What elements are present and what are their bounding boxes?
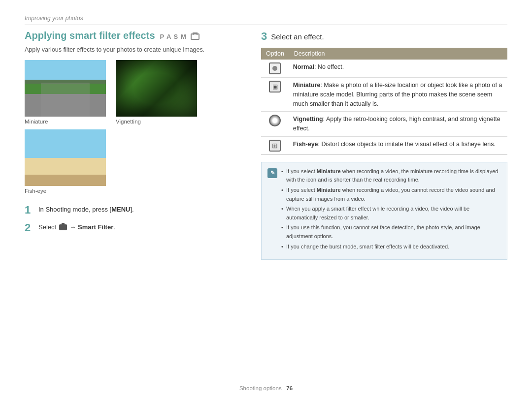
icon-cell-vignetting xyxy=(261,112,289,137)
mode-indicators: P A S M xyxy=(160,32,200,40)
breadcrumb: Improving your photos xyxy=(25,15,507,25)
table-row: Normal: No effect. xyxy=(261,60,507,78)
smart-filter-label: Smart Filter xyxy=(78,223,113,231)
photo-item-fisheye: Fish-eye xyxy=(25,129,106,194)
col-header-option: Option xyxy=(261,48,289,60)
note-item: If you use this function, you cannot set… xyxy=(281,223,501,241)
note-icon: ✎ xyxy=(267,168,277,178)
table-row: Miniature: Make a photo of a life-size l… xyxy=(261,78,507,112)
section-subtitle: Apply various filter effects to your pho… xyxy=(25,46,241,53)
camera-mode-icon xyxy=(191,33,200,40)
desc-cell-0: Normal: No effect. xyxy=(289,60,507,78)
step-2: 2 Select → Smart Filter. xyxy=(25,221,241,234)
icon-cell-normal xyxy=(261,60,289,78)
footer-text: Shooting options xyxy=(239,385,282,391)
step-1: 1 In Shooting mode, press [MENU]. xyxy=(25,204,241,216)
photo-label-vignetting: Vignetting xyxy=(116,119,197,124)
photo-fisheye-image xyxy=(25,129,106,186)
note-item: When you apply a smart filter effect whi… xyxy=(281,205,501,222)
photo-label-miniature: Miniature xyxy=(25,119,106,124)
miniature-effect-icon xyxy=(269,81,281,93)
section-title: Applying smart filter effects xyxy=(25,30,155,41)
note-item: If you change the burst mode, smart filt… xyxy=(281,243,501,251)
step-2-text: Select → Smart Filter. xyxy=(38,221,115,231)
note-item: If you select Miniature when recording a… xyxy=(281,167,501,185)
note-item: If you select Miniature when recording a… xyxy=(281,186,501,203)
photo-row-top: Miniature Vignetting xyxy=(25,60,241,124)
camera-icon-step2 xyxy=(59,224,67,230)
photo-miniature-image xyxy=(25,60,106,117)
photo-grid: Miniature Vignetting Fish-eye xyxy=(25,60,241,194)
effect-name-0: Normal xyxy=(293,63,314,70)
photo-item-miniature: Miniature xyxy=(25,60,106,124)
page-footer: Shooting options 76 xyxy=(0,385,532,391)
steps-section: 1 In Shooting mode, press [MENU]. 2 Sele… xyxy=(25,204,241,235)
effects-table: Option Description Normal: No effect. Mi… xyxy=(261,48,507,155)
table-row: Fish-eye: Distort close objects to imita… xyxy=(261,136,507,154)
desc-cell-2: Vignetting: Apply the retro-looking colo… xyxy=(289,112,507,137)
desc-cell-3: Fish-eye: Distort close objects to imita… xyxy=(289,136,507,154)
col-header-description: Description xyxy=(289,48,507,60)
effect-name-1: Miniature xyxy=(293,82,321,89)
right-column: 3 Select an effect. Option Description N… xyxy=(261,30,507,260)
desc-cell-1: Miniature: Make a photo of a life-size l… xyxy=(289,78,507,112)
photo-row-bottom: Fish-eye xyxy=(25,129,241,194)
icon-cell-miniature xyxy=(261,78,289,112)
left-column: Applying smart filter effects P A S M Ap… xyxy=(25,30,241,260)
photo-vignetting-image xyxy=(116,60,197,117)
step-1-text: In Shooting mode, press [MENU]. xyxy=(38,204,134,213)
step-3-header: 3 Select an effect. xyxy=(261,30,507,43)
normal-effect-icon xyxy=(269,62,281,74)
table-header-row: Option Description xyxy=(261,48,507,60)
fisheye-effect-icon xyxy=(269,140,281,152)
effect-name-3: Fish-eye xyxy=(293,141,318,148)
table-row: Vignetting: Apply the retro-looking colo… xyxy=(261,112,507,137)
note-header: ✎ If you select Miniature when recording… xyxy=(267,167,501,252)
note-content: If you select Miniature when recording a… xyxy=(281,167,501,252)
step-3-title: Select an effect. xyxy=(271,32,324,41)
vignetting-effect-icon xyxy=(269,115,281,126)
effect-name-2: Vignetting xyxy=(293,116,323,123)
icon-cell-fisheye xyxy=(261,136,289,154)
note-list: If you select Miniature when recording a… xyxy=(281,167,501,251)
photo-label-fisheye: Fish-eye xyxy=(25,188,106,194)
note-box: ✎ If you select Miniature when recording… xyxy=(261,162,507,260)
menu-label: MENU xyxy=(111,206,130,213)
photo-item-vignetting: Vignetting xyxy=(116,60,197,124)
page-number: 76 xyxy=(286,385,293,391)
